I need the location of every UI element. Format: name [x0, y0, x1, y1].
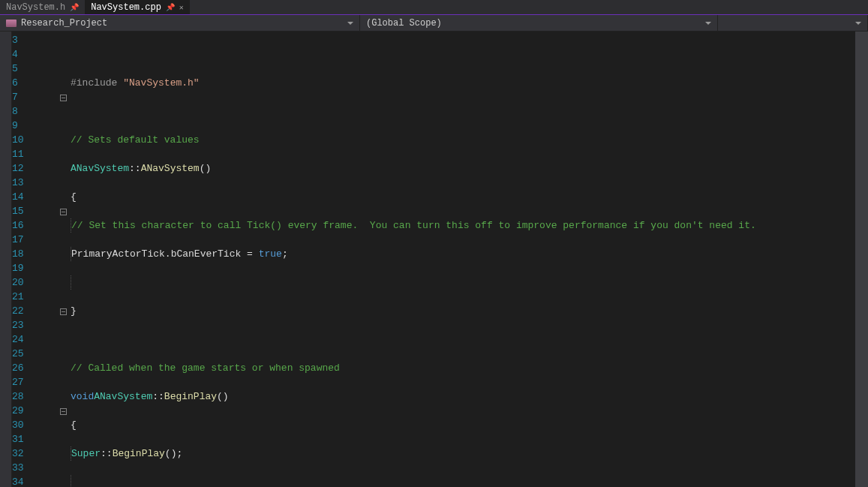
project-icon [6, 20, 17, 27]
file-tab-navsystem-h[interactable]: NavSystem.h 📌 [0, 0, 85, 14]
line-number: 10 [12, 133, 50, 147]
project-name: Research_Project [21, 18, 107, 29]
line-number: 7 [12, 90, 50, 104]
vertical-scrollbar[interactable] [855, 32, 868, 487]
line-number-gutter: 3456789101112131415161718192021222324252… [12, 32, 60, 487]
line-number: 12 [12, 161, 50, 176]
tab-label: NavSystem.h [6, 2, 65, 13]
code-text[interactable]: #include "NavSystem.h" // Sets default v… [71, 32, 756, 487]
fold-column [60, 32, 71, 487]
pin-icon[interactable]: 📌 [70, 3, 79, 12]
line-number: 34 [12, 475, 50, 487]
line-number: 33 [12, 461, 50, 475]
close-icon[interactable]: ✕ [179, 3, 184, 12]
scope-dropdown[interactable]: (Global Scope) [360, 15, 718, 31]
code-area[interactable]: 3456789101112131415161718192021222324252… [12, 32, 868, 487]
indicator-margin [0, 32, 12, 487]
line-number: 6 [12, 76, 50, 90]
line-number: 29 [12, 404, 50, 418]
line-number: 32 [12, 446, 50, 461]
line-number: 28 [12, 389, 50, 404]
project-dropdown[interactable]: Research_Project [0, 15, 360, 31]
line-number: 14 [12, 190, 50, 204]
editor: 3456789101112131415161718192021222324252… [0, 32, 868, 487]
line-number: 17 [12, 233, 50, 247]
line-number: 18 [12, 247, 50, 261]
line-number: 19 [12, 261, 50, 275]
file-tab-navsystem-cpp[interactable]: NavSystem.cpp 📌 ✕ [85, 0, 190, 14]
pin-icon[interactable]: 📌 [166, 3, 175, 12]
tab-label: NavSystem.cpp [91, 2, 161, 13]
chevron-down-icon [855, 22, 861, 25]
line-number: 13 [12, 176, 50, 190]
line-number: 3 [12, 33, 50, 47]
fold-toggle[interactable] [60, 204, 71, 218]
line-number: 23 [12, 318, 50, 332]
line-number: 15 [12, 204, 50, 218]
chevron-down-icon [347, 22, 353, 25]
line-number: 9 [12, 119, 50, 133]
line-number: 26 [12, 361, 50, 375]
tab-bar: NavSystem.h 📌 NavSystem.cpp 📌 ✕ [0, 0, 868, 15]
line-number: 11 [12, 147, 50, 161]
line-number: 20 [12, 275, 50, 290]
line-number: 4 [12, 47, 50, 62]
line-number: 25 [12, 347, 50, 361]
line-number: 27 [12, 375, 50, 389]
scope-label: (Global Scope) [366, 18, 442, 29]
line-number: 5 [12, 62, 50, 76]
line-number: 21 [12, 290, 50, 304]
member-dropdown[interactable] [718, 15, 868, 31]
fold-toggle[interactable] [60, 404, 71, 418]
line-number: 31 [12, 432, 50, 446]
fold-toggle[interactable] [60, 304, 71, 318]
line-number: 8 [12, 104, 50, 119]
navigation-bar: Research_Project (Global Scope) [0, 15, 868, 32]
line-number: 22 [12, 304, 50, 318]
fold-toggle[interactable] [60, 90, 71, 104]
line-number: 30 [12, 418, 50, 432]
line-number: 24 [12, 332, 50, 347]
line-number: 16 [12, 218, 50, 233]
chevron-down-icon [705, 22, 711, 25]
